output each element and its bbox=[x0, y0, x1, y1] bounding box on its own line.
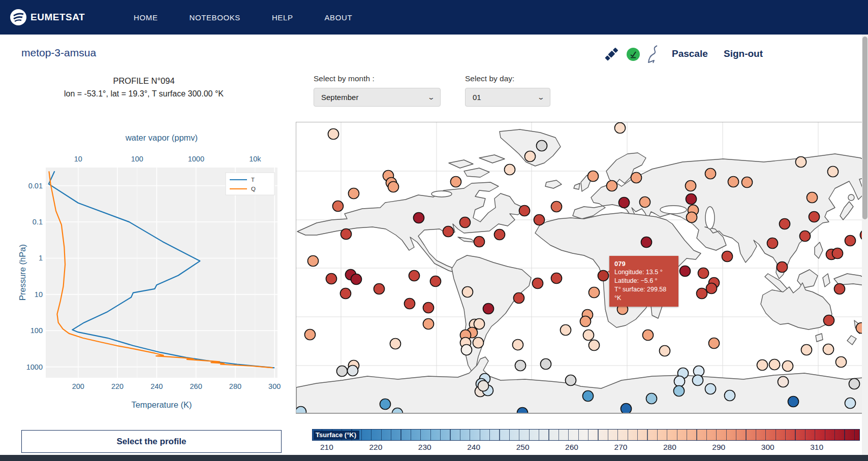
observation-dot[interactable] bbox=[333, 201, 344, 212]
observation-dot[interactable] bbox=[305, 330, 316, 340]
observation-dot[interactable] bbox=[834, 284, 845, 294]
observation-dot[interactable] bbox=[588, 171, 599, 182]
observation-dot[interactable] bbox=[646, 393, 657, 404]
observation-dot[interactable] bbox=[728, 177, 739, 187]
observation-dot[interactable] bbox=[423, 319, 434, 330]
observation-dot[interactable] bbox=[308, 256, 319, 267]
observation-dot[interactable] bbox=[537, 141, 547, 151]
vertical-scrollbar[interactable] bbox=[862, 35, 868, 455]
observation-dot[interactable] bbox=[686, 194, 697, 205]
observation-dot[interactable] bbox=[430, 276, 441, 287]
observation-dot[interactable] bbox=[845, 398, 856, 409]
signout-link[interactable]: Sign-out bbox=[724, 48, 763, 59]
observation-dot[interactable] bbox=[706, 283, 717, 294]
observation-dot[interactable] bbox=[631, 173, 642, 183]
observation-dot[interactable] bbox=[615, 123, 626, 134]
observation-dot[interactable] bbox=[621, 404, 632, 414]
observation-dot[interactable] bbox=[405, 299, 415, 309]
observation-dot[interactable] bbox=[341, 229, 352, 240]
observation-dot[interactable] bbox=[697, 288, 707, 299]
observation-dot[interactable] bbox=[337, 366, 348, 377]
observation-dot[interactable] bbox=[451, 177, 461, 187]
observation-dot[interactable] bbox=[474, 237, 485, 247]
observation-dot[interactable] bbox=[807, 192, 818, 203]
observation-dot[interactable] bbox=[722, 251, 733, 262]
observation-dot[interactable] bbox=[478, 381, 489, 391]
observation-dot[interactable] bbox=[800, 231, 811, 242]
observation-dot[interactable] bbox=[414, 213, 424, 223]
observation-dot[interactable] bbox=[583, 330, 594, 341]
observation-dot[interactable] bbox=[583, 391, 594, 402]
nav-item-notebooks[interactable]: NOTEBOOKS bbox=[190, 13, 240, 22]
observation-dot[interactable] bbox=[687, 212, 697, 223]
observation-dot[interactable] bbox=[505, 164, 515, 175]
observation-dot[interactable] bbox=[494, 229, 505, 240]
observation-dot[interactable] bbox=[725, 390, 735, 401]
observation-dot[interactable] bbox=[823, 344, 834, 355]
observation-dot[interactable] bbox=[460, 217, 471, 228]
month-select[interactable]: September ⌄ bbox=[314, 88, 441, 107]
observation-dot[interactable] bbox=[836, 357, 847, 368]
observation-dot[interactable] bbox=[845, 236, 856, 246]
observation-dot[interactable] bbox=[640, 197, 650, 208]
observation-dot[interactable] bbox=[849, 379, 860, 389]
observation-dot[interactable] bbox=[767, 238, 778, 249]
observation-dot[interactable] bbox=[328, 129, 339, 140]
nav-item-help[interactable]: HELP bbox=[272, 13, 293, 22]
eumetsat-logo[interactable]: EUMETSAT bbox=[10, 9, 85, 25]
observation-dot[interactable] bbox=[757, 360, 768, 371]
observation-dot[interactable] bbox=[660, 346, 670, 356]
observation-dot[interactable] bbox=[566, 375, 576, 386]
observation-dot[interactable] bbox=[769, 359, 780, 370]
observation-dot[interactable] bbox=[809, 212, 820, 222]
observation-dot[interactable] bbox=[474, 319, 485, 330]
observation-dot[interactable] bbox=[832, 248, 843, 259]
observation-dot[interactable] bbox=[348, 366, 358, 376]
observation-dot[interactable] bbox=[534, 215, 545, 225]
observation-dot[interactable] bbox=[619, 197, 630, 208]
observation-dot[interactable] bbox=[589, 340, 600, 351]
observation-dot[interactable] bbox=[551, 202, 562, 212]
select-profile-button[interactable]: Select the profile bbox=[21, 430, 282, 453]
observation-dot[interactable] bbox=[801, 345, 812, 355]
observation-dot[interactable] bbox=[351, 274, 362, 285]
observation-dot[interactable] bbox=[513, 340, 523, 350]
observation-dot[interactable] bbox=[461, 345, 472, 355]
observation-dot[interactable] bbox=[473, 338, 484, 348]
observation-dot[interactable] bbox=[643, 330, 654, 341]
observation-dot[interactable] bbox=[541, 359, 551, 370]
nav-item-home[interactable]: HOME bbox=[134, 13, 158, 22]
observation-dot[interactable] bbox=[686, 181, 696, 191]
observation-dot[interactable] bbox=[589, 287, 600, 298]
observation-dot[interactable] bbox=[607, 181, 617, 191]
observation-dot[interactable] bbox=[742, 177, 753, 188]
observation-dot[interactable] bbox=[561, 325, 571, 336]
observation-dot[interactable] bbox=[698, 268, 709, 279]
observation-dot[interactable] bbox=[705, 384, 716, 394]
scrollbar-thumb[interactable] bbox=[862, 37, 867, 219]
observation-dot[interactable] bbox=[796, 157, 807, 168]
observation-dot[interactable] bbox=[780, 219, 790, 229]
observation-dot[interactable] bbox=[828, 167, 839, 177]
observation-dot[interactable] bbox=[515, 360, 526, 371]
observation-dot[interactable] bbox=[443, 226, 454, 237]
observation-dot[interactable] bbox=[462, 287, 473, 298]
observation-dot[interactable] bbox=[340, 288, 351, 299]
day-select[interactable]: 01 ⌄ bbox=[465, 88, 550, 107]
observation-dot[interactable] bbox=[778, 377, 789, 387]
observation-dot[interactable] bbox=[296, 407, 306, 414]
observation-dot[interactable] bbox=[693, 375, 703, 386]
nav-item-about[interactable]: ABOUT bbox=[325, 13, 353, 22]
observation-dot[interactable] bbox=[788, 397, 799, 407]
observation-dot[interactable] bbox=[551, 273, 562, 284]
observation-dot[interactable] bbox=[388, 182, 399, 192]
observation-dot[interactable] bbox=[483, 304, 494, 314]
observation-dot[interactable] bbox=[514, 293, 524, 304]
observation-dot[interactable] bbox=[680, 266, 691, 277]
observation-dot[interactable] bbox=[517, 408, 528, 414]
observation-dot[interactable] bbox=[423, 303, 434, 313]
observation-dot[interactable] bbox=[674, 386, 685, 397]
observation-dot[interactable] bbox=[824, 315, 834, 326]
observation-dot[interactable] bbox=[777, 262, 788, 273]
observation-dot[interactable] bbox=[374, 284, 385, 294]
